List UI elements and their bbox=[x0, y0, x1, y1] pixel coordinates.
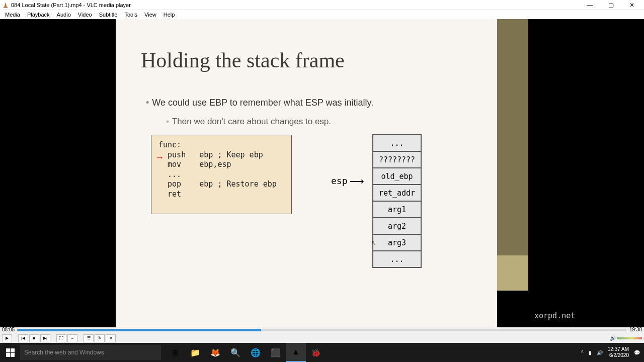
system-clock[interactable]: 12:37 AM 6/2/2020 bbox=[608, 346, 629, 358]
notification-icon[interactable]: 💬 bbox=[634, 350, 640, 355]
stack-cell: ... bbox=[373, 251, 421, 267]
stack-cell: ... bbox=[373, 135, 421, 151]
volume-tray-icon[interactable]: 🔊 bbox=[597, 350, 603, 355]
seek-progress bbox=[17, 329, 261, 331]
battery-icon[interactable]: ▮ bbox=[589, 350, 592, 355]
watermark: xorpd.net bbox=[534, 311, 575, 320]
menu-help[interactable]: Help bbox=[160, 11, 178, 19]
app-icon[interactable]: ⬛ bbox=[266, 343, 286, 362]
close-button[interactable]: ✕ bbox=[626, 1, 638, 9]
vlc-cone-icon bbox=[2, 2, 9, 9]
slide-title: Holding the stack frame bbox=[141, 48, 345, 72]
extended-button[interactable]: ≡ bbox=[67, 334, 77, 342]
playlist-button[interactable]: ☰ bbox=[84, 334, 94, 342]
stack-cell: arg2 bbox=[373, 218, 421, 234]
svg-marker-0 bbox=[4, 2, 7, 7]
arrow-icon: → bbox=[155, 152, 164, 163]
stack-cell: arg3 bbox=[373, 234, 421, 251]
stack-diagram: ... ???????? old_ebp ret_addr arg1 arg2 … bbox=[372, 134, 422, 268]
prev-button[interactable]: |◀ bbox=[18, 334, 28, 342]
firefox-icon[interactable]: 🦊 bbox=[205, 343, 225, 362]
svg-rect-1 bbox=[4, 7, 8, 8]
cursor-icon: ↖ bbox=[371, 240, 376, 246]
chrome-icon[interactable]: 🌐 bbox=[246, 343, 266, 362]
menu-subtitle[interactable]: Subtitle bbox=[96, 11, 121, 19]
volume-icon[interactable]: 🔊 bbox=[610, 335, 616, 341]
volume-slider[interactable] bbox=[617, 337, 642, 339]
menu-audio[interactable]: Audio bbox=[54, 11, 74, 19]
stop-button[interactable]: ■ bbox=[29, 334, 39, 342]
random-button[interactable]: ⤨ bbox=[106, 334, 116, 342]
time-elapsed[interactable]: 08:05 bbox=[2, 327, 15, 332]
menu-video[interactable]: Video bbox=[75, 11, 95, 19]
start-button[interactable] bbox=[0, 343, 20, 362]
menu-tools[interactable]: Tools bbox=[121, 11, 140, 19]
seek-bar[interactable] bbox=[17, 329, 627, 331]
tray-chevron-icon[interactable]: ^ bbox=[581, 350, 584, 355]
slide-bullet-1: •We could use EBP to remember what ESP w… bbox=[146, 98, 373, 108]
menu-view[interactable]: View bbox=[141, 11, 159, 19]
esp-label: esp bbox=[331, 175, 348, 186]
arrow-icon: ⟶ bbox=[350, 175, 364, 187]
search-input[interactable]: Search the web and Windows bbox=[20, 345, 161, 360]
menu-bar: Media Playback Audio Video Subtitle Tool… bbox=[0, 10, 644, 19]
task-view-icon[interactable]: ⊞ bbox=[165, 343, 185, 362]
next-button[interactable]: ▶| bbox=[40, 334, 50, 342]
app-icon[interactable]: 🔍 bbox=[225, 343, 246, 362]
video-display[interactable]: Holding the stack frame •We could use EB… bbox=[0, 19, 644, 327]
slide-bullet-2: •Then we don't care about changes to esp… bbox=[166, 117, 331, 127]
window-title: 084 Local State (Part 1).mp4 - VLC media… bbox=[11, 2, 584, 8]
stack-cell: ???????? bbox=[373, 151, 421, 168]
vlc-taskbar-icon[interactable]: ▲ bbox=[286, 343, 306, 362]
menu-playback[interactable]: Playback bbox=[24, 11, 53, 19]
loop-button[interactable]: ↻ bbox=[95, 334, 105, 342]
code-block: func: push ebp ; Keep ebp mov ebp,esp ..… bbox=[151, 135, 292, 214]
play-button[interactable]: ▶ bbox=[2, 334, 12, 342]
windows-logo-icon bbox=[6, 348, 15, 357]
stack-cell: ret_addr bbox=[373, 185, 421, 201]
minimize-button[interactable]: — bbox=[584, 1, 596, 9]
stack-cell: arg1 bbox=[373, 201, 421, 218]
menu-media[interactable]: Media bbox=[2, 11, 23, 19]
app-icon[interactable]: 🐞 bbox=[306, 343, 326, 362]
time-total[interactable]: 19:38 bbox=[629, 327, 642, 332]
file-explorer-icon[interactable]: 📁 bbox=[185, 343, 205, 362]
stack-cell: old_ebp bbox=[373, 168, 421, 185]
fullscreen-button[interactable]: ⛶ bbox=[56, 334, 66, 342]
maximize-button[interactable]: ▢ bbox=[605, 1, 617, 9]
